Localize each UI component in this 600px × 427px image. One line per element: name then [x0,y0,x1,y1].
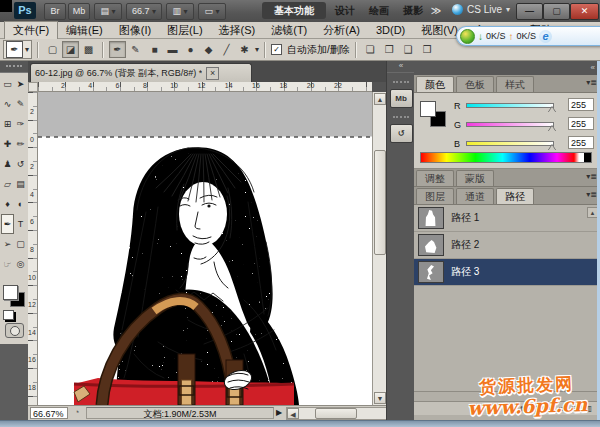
workspace-overflow-button[interactable]: ≫ [428,2,444,19]
menu-item[interactable]: 文件(F) [4,21,58,40]
workspace-tab-4[interactable]: 摄影 [398,2,428,19]
canvas-viewport[interactable] [38,92,372,405]
minimize-button[interactable]: — [516,3,543,20]
panel-dock-header[interactable]: « [414,61,600,75]
quick-selection-tool[interactable]: ✎ [14,94,27,114]
menu-item[interactable]: 分析(A) [315,22,368,39]
restore-button[interactable]: ▢ [543,3,570,20]
mini-bridge-panel-icon[interactable]: Mb [390,89,413,108]
panel-menu-icon[interactable]: ▾≣ [586,190,597,199]
menu-item[interactable]: 编辑(E) [58,22,111,39]
brush-tool[interactable]: ✏ [14,134,27,154]
menu-item[interactable]: 图像(I) [111,22,159,39]
crop-tool[interactable]: ⊞ [1,114,14,134]
view-extras-dropdown[interactable]: ▤ ▾ [94,3,122,20]
layers-tab-3[interactable]: 路径 [496,188,534,204]
ellipse-tool[interactable]: ● [182,41,199,58]
channel-value-field[interactable]: 255 [568,136,594,149]
layers-tab-2[interactable]: 通道 [456,188,494,204]
shape-layers[interactable]: ▢ [44,41,61,58]
minibridge-button[interactable]: Mb [68,3,90,20]
hand-tool[interactable]: ☞ [1,254,14,274]
rectangular-marquee-tool[interactable]: ▭ [1,74,14,94]
add-path-area[interactable]: ❏ [362,41,379,58]
layers-tab-1[interactable]: 图层 [416,188,454,204]
workspace-tab-1[interactable]: 基本功能 [262,2,326,19]
shape-tool[interactable]: ▢ [14,234,27,254]
rectangle-tool[interactable]: ■ [146,41,163,58]
healing-brush-tool[interactable]: ✚ [1,134,14,154]
fill-pixels[interactable]: ▩ [80,41,97,58]
close-button[interactable]: ✕ [570,3,599,20]
gradient-tool[interactable]: ▤ [14,174,27,194]
slider-handle[interactable] [548,107,556,113]
line-tool[interactable]: ╱ [218,41,235,58]
polygon-tool[interactable]: ◆ [200,41,217,58]
collapse-panels-button[interactable]: « [387,61,415,73]
color-tab-3[interactable]: 样式 [496,76,534,92]
horizontal-ruler[interactable]: 246810121416182022 [38,82,372,92]
lasso-tool[interactable]: ∿ [1,94,14,114]
toolbox-header[interactable] [0,61,28,73]
new-item-icon[interactable]: ⊡ [572,403,579,415]
ruler-corner[interactable] [28,82,38,92]
scroll-up-icon[interactable]: ▲ [374,93,386,105]
type-tool[interactable]: T [14,214,27,234]
dodge-tool[interactable]: ◐ [14,194,27,214]
tool-preset-picker[interactable]: ✒ ▾ [3,40,32,59]
screen-mode-dropdown[interactable]: ▭ ▾ [198,3,226,20]
canvas-artwork[interactable] [38,92,372,405]
color-tab-2[interactable]: 色板 [456,76,494,92]
zoom-level-dropdown[interactable]: 66.7 ▾ [126,3,162,20]
panel-menu-icon[interactable]: ▾≣ [586,172,597,181]
status-flyout-icon[interactable]: ▶ [276,408,282,417]
bridge-button[interactable]: Br [44,3,66,20]
default-colors-icon[interactable] [3,310,14,320]
tab-close-icon[interactable]: × [206,67,219,80]
adjust-tab-1[interactable]: 调整 [416,170,454,186]
paths-mode[interactable]: ◪ [62,41,79,58]
intersect-path-areas[interactable]: ❑ [400,41,417,58]
color-tab-1[interactable]: 颜色 [416,76,454,92]
subtract-path-area[interactable]: ❐ [381,41,398,58]
menu-item[interactable]: 滤镜(T) [263,22,315,39]
zoom-percentage-field[interactable]: 66.67% [30,407,68,419]
panel-color-swatches[interactable] [420,101,446,127]
effects-icon[interactable]: fx. [520,403,528,415]
menu-item[interactable]: 图层(L) [159,22,210,39]
path-selection-tool[interactable]: ➢ [1,234,14,254]
custom-shape-tool[interactable]: ✱ [236,41,253,58]
channel-slider-track[interactable] [466,122,554,127]
chevron-down-icon[interactable]: ▾ [255,45,259,54]
document-size-info[interactable]: 文档:1.90M/2.53M [86,407,274,419]
clone-stamp-tool[interactable]: ♟ [1,154,14,174]
vertical-scrollbar[interactable]: ▲ ▼ [372,92,386,405]
slider-handle[interactable] [548,126,556,132]
rounded-rectangle-tool[interactable]: ▬ [164,41,181,58]
scroll-down-icon[interactable]: ▼ [374,392,386,404]
move-tool[interactable]: ➤ [14,74,27,94]
internet-explorer-icon[interactable]: e [539,30,552,43]
path-row[interactable]: 路径 3 [414,259,600,286]
panel-menu-icon[interactable]: ▾≣ [586,78,597,87]
freeform-pen-tool[interactable]: ✎ [127,41,144,58]
workspace-tab-2[interactable]: 设计 [330,2,360,19]
history-panel-icon[interactable]: ↺ [390,124,413,143]
channel-slider-track[interactable] [466,141,554,146]
mask-icon[interactable]: ◻ [535,403,542,415]
channel-value-field[interactable]: 255 [568,98,594,111]
zoom-tool[interactable]: ◎ [14,254,27,274]
quick-mask-button[interactable] [5,323,24,338]
document-tab[interactable]: 60-12.jpg @ 66.7% (背景 副本, RGB/8#) * × [30,63,252,82]
exclude-path-areas[interactable]: ❒ [419,41,436,58]
vertical-ruler[interactable]: 2024681012141618 [28,92,38,405]
path-row[interactable]: 路径 1 [414,205,600,232]
color-spectrum-bar[interactable] [420,152,592,163]
channel-value-field[interactable]: 255 [568,117,594,130]
foreground-color-swatch[interactable] [3,285,18,300]
slider-handle[interactable] [548,145,556,151]
menu-item[interactable]: 3D(D) [368,23,413,37]
foreground-color-swatch[interactable] [420,101,436,117]
cs-live-button[interactable]: CS Live ▾ [452,4,510,15]
auto-add-delete-checkbox[interactable]: ✓ [271,44,282,55]
